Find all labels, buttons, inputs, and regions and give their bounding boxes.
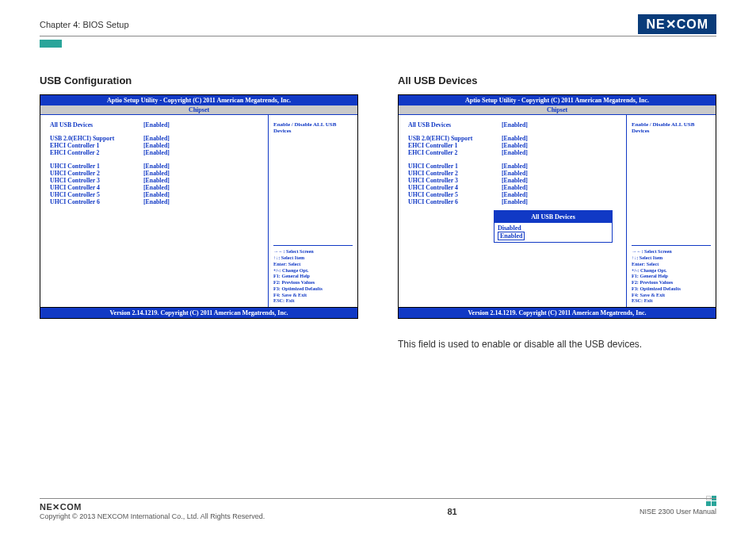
setting-row[interactable]: UHCI Controller 3[Enabled] — [50, 177, 265, 184]
setting-row[interactable]: UHCI Controller 4[Enabled] — [50, 184, 265, 191]
bios-help-area: Enable / Disable ALL USB Devices →←: Sel… — [627, 115, 716, 307]
setting-row[interactable]: UHCI Controller 3[Enabled] — [408, 177, 623, 184]
nav-hint: F2: Previous Values — [632, 279, 711, 286]
setting-value: [Enabled] — [143, 184, 170, 191]
setting-label: UHCI Controller 3 — [50, 177, 143, 184]
nav-hint: F4: Save & Exit — [632, 292, 711, 298]
setting-row[interactable]: UHCI Controller 6[Enabled] — [50, 198, 265, 205]
setting-value: [Enabled] — [143, 135, 170, 142]
brand-logo: NE✕COM — [638, 14, 716, 34]
setting-value: [Enabled] — [502, 184, 528, 191]
help-text: Enable / Disable ALL USB Devices — [632, 121, 711, 134]
setting-value: [Enabled] — [143, 170, 170, 177]
setting-value: [Enabled] — [502, 142, 528, 149]
setting-row[interactable]: USB 2.0(EHCI) Support[Enabled] — [50, 135, 265, 142]
section-title-right: All USB Devices — [398, 75, 716, 86]
bios-title: Aptio Setup Utility - Copyright (C) 2011… — [399, 95, 716, 105]
setting-label: All USB Devices — [408, 121, 502, 128]
setting-label: UHCI Controller 4 — [408, 184, 502, 191]
setting-value: [Enabled] — [502, 198, 528, 205]
setting-label: USB 2.0(EHCI) Support — [408, 135, 502, 142]
setting-label: All USB Devices — [50, 121, 143, 128]
setting-row[interactable]: EHCI Controller 2[Enabled] — [408, 149, 623, 156]
setting-row[interactable]: UHCI Controller 5[Enabled] — [408, 191, 623, 198]
nav-hint: ESC: Exit — [632, 297, 711, 304]
help-text: Enable / Disable ALL USB Devices — [273, 121, 353, 134]
popup-option[interactable]: Enabled — [498, 232, 609, 240]
nav-hint: →←: Select Screen — [632, 248, 711, 255]
setting-value: [Enabled] — [502, 177, 528, 184]
popup-dialog[interactable]: All USB Devices DisabledEnabled — [494, 210, 613, 243]
nav-hint: F2: Previous Values — [273, 279, 353, 286]
right-column: All USB Devices Aptio Setup Utility - Co… — [398, 75, 716, 351]
nav-hint: +/-: Change Opt. — [632, 267, 711, 274]
page-number: 81 — [447, 507, 456, 516]
setting-label: EHCI Controller 1 — [50, 142, 143, 149]
setting-label: UHCI Controller 6 — [408, 198, 502, 205]
bios-footer: Version 2.14.1219. Copyright (C) 2011 Am… — [40, 307, 357, 318]
setting-value: [Enabled] — [143, 198, 170, 205]
footer-bar: NE✕COM Copyright © 2013 NEXCOM Internati… — [40, 498, 716, 520]
popup-option[interactable]: Disabled — [498, 224, 609, 232]
setting-label: EHCI Controller 2 — [408, 149, 502, 156]
setting-row[interactable]: UHCI Controller 2[Enabled] — [408, 170, 623, 177]
setting-label: UHCI Controller 2 — [408, 170, 502, 177]
setting-row[interactable]: EHCI Controller 1[Enabled] — [50, 142, 265, 149]
setting-row[interactable]: UHCI Controller 1[Enabled] — [408, 163, 623, 170]
setting-row[interactable]: UHCI Controller 6[Enabled] — [408, 198, 623, 205]
bios-panel-right: Aptio Setup Utility - Copyright (C) 2011… — [398, 94, 716, 319]
header-bar: Chapter 4: BIOS Setup NE✕COM — [40, 14, 716, 36]
bios-settings-area: All USB Devices DisabledEnabled All USB … — [399, 115, 627, 307]
nav-hint: →←: Select Screen — [273, 248, 353, 255]
setting-label: UHCI Controller 2 — [50, 170, 143, 177]
setting-label: UHCI Controller 5 — [50, 191, 143, 198]
setting-value: [Enabled] — [502, 170, 528, 177]
bios-tab[interactable]: Chipset — [399, 105, 716, 115]
popup-title: All USB Devices — [494, 211, 612, 223]
setting-row[interactable]: EHCI Controller 2[Enabled] — [50, 149, 265, 156]
bios-help-area: Enable / Disable ALL USB Devices →←: Sel… — [269, 115, 357, 307]
setting-value: [Enabled] — [143, 142, 170, 149]
setting-value: [Enabled] — [502, 149, 528, 156]
nav-hints: →←: Select Screen↑↓: Select ItemEnter: S… — [632, 242, 711, 304]
setting-row[interactable]: USB 2.0(EHCI) Support[Enabled] — [408, 135, 623, 142]
setting-label: UHCI Controller 6 — [50, 198, 143, 205]
setting-value: [Enabled] — [502, 135, 528, 142]
left-column: USB Configuration Aptio Setup Utility - … — [40, 75, 358, 351]
nav-hint: F3: Optimized Defaults — [632, 286, 711, 292]
setting-row[interactable]: UHCI Controller 4[Enabled] — [408, 184, 623, 191]
footer-logo: NE✕COM — [40, 502, 265, 512]
nav-hint: +/-: Change Opt. — [273, 267, 353, 274]
setting-value: [Enabled] — [143, 163, 170, 170]
setting-label: UHCI Controller 5 — [408, 191, 502, 198]
setting-value: [Enabled] — [143, 177, 170, 184]
description-text: This field is used to enable or disable … — [398, 338, 716, 351]
bios-tab[interactable]: Chipset — [40, 105, 357, 115]
nav-hints: →←: Select Screen↑↓: Select ItemEnter: S… — [273, 242, 353, 304]
bios-settings-area: All USB Devices[Enabled]USB 2.0(EHCI) Su… — [40, 115, 269, 307]
copyright-text: Copyright © 2013 NEXCOM International Co… — [40, 512, 265, 520]
manual-name: NISE 2300 User Manual — [640, 508, 716, 516]
setting-row[interactable]: All USB Devices[Enabled] — [408, 121, 623, 128]
nav-hint: ↑↓: Select Item — [273, 255, 353, 261]
setting-row[interactable]: UHCI Controller 5[Enabled] — [50, 191, 265, 198]
nav-hint: F4: Save & Exit — [273, 292, 353, 298]
setting-label: EHCI Controller 2 — [50, 149, 143, 156]
accent-tab — [40, 40, 62, 48]
bios-title: Aptio Setup Utility - Copyright (C) 2011… — [40, 95, 357, 105]
setting-label: EHCI Controller 1 — [408, 142, 502, 149]
nav-hint: ESC: Exit — [273, 297, 353, 304]
setting-row[interactable]: UHCI Controller 2[Enabled] — [50, 170, 265, 177]
setting-row[interactable]: EHCI Controller 1[Enabled] — [408, 142, 623, 149]
setting-value: [Enabled] — [143, 121, 170, 128]
nav-hint: Enter: Select — [632, 261, 711, 267]
section-title-left: USB Configuration — [40, 75, 358, 86]
nav-hint: F1: General Help — [632, 273, 711, 279]
setting-row[interactable]: All USB Devices[Enabled] — [50, 121, 265, 128]
setting-row[interactable]: UHCI Controller 1[Enabled] — [50, 163, 265, 170]
setting-value: [Enabled] — [143, 149, 170, 156]
nav-hint: F3: Optimized Defaults — [273, 286, 353, 292]
setting-value: [Enabled] — [143, 191, 170, 198]
bios-footer: Version 2.14.1219. Copyright (C) 2011 Am… — [399, 307, 716, 318]
setting-label: UHCI Controller 4 — [50, 184, 143, 191]
